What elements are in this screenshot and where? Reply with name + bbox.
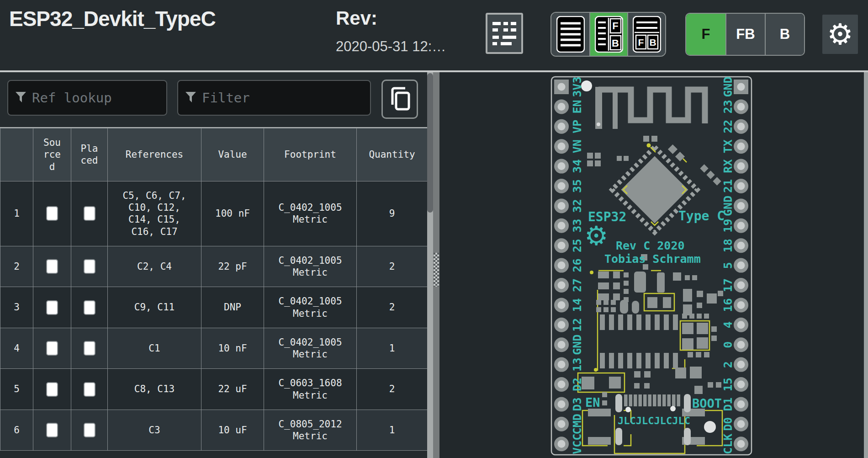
pin-label: 33 <box>571 219 584 233</box>
pin-label: 14 <box>571 298 584 312</box>
value-cell: 100 nF <box>201 181 264 246</box>
sourced-checkbox[interactable] <box>46 206 58 221</box>
footprint-cell: C_0603_1608 Metric <box>264 369 357 410</box>
pin-hole <box>558 143 566 150</box>
references-cell: C1 <box>108 328 201 369</box>
placed-cell <box>71 369 108 410</box>
view-bom-left-pcb-right-button[interactable]: F B <box>589 13 627 56</box>
placed-checkbox[interactable] <box>84 382 95 397</box>
quantity-cell: 2 <box>357 246 428 287</box>
quantity-cell: 2 <box>357 369 428 410</box>
bom-column-header-Value[interactable]: Value <box>201 128 264 181</box>
oshw-gear-logo: ⚙ <box>584 220 608 251</box>
placed-checkbox[interactable] <box>84 259 95 274</box>
pin-label: 32 <box>571 199 584 213</box>
page-title: ESP32_Devkit_TypeC <box>9 6 216 31</box>
pin-label: 34 <box>571 160 584 173</box>
pin-hole <box>737 261 745 269</box>
pin-label: 26 <box>571 259 584 272</box>
footprint-cell: C_0402_1005 Metric <box>264 287 357 328</box>
bom-row[interactable]: 2C2, C422 pFC_0402_1005 Metric2 <box>0 246 428 287</box>
bom-row[interactable]: 3C9, C11DNPC_0402_1005 Metric2 <box>0 287 428 328</box>
header-bar: ESP32_Devkit_TypeC Rev: 2020-05-31 12:… <box>0 0 868 70</box>
placed-checkbox[interactable] <box>84 300 95 315</box>
bom-scrollbar[interactable] <box>427 72 433 458</box>
silk-en-label: EN <box>585 395 600 410</box>
pin-label: VCC <box>571 434 584 454</box>
sourced-checkbox[interactable] <box>46 300 58 315</box>
references-cell: C8, C13 <box>108 369 201 410</box>
copy-icon <box>388 86 412 112</box>
copy-table-button[interactable] <box>381 80 418 119</box>
gear-icon: ⚙ <box>827 20 853 49</box>
settings-button[interactable]: ⚙ <box>822 15 858 54</box>
quantity-cell: 1 <box>357 328 428 369</box>
pin-hole <box>558 301 566 309</box>
layer-back-button[interactable]: B <box>765 14 804 55</box>
bom-scrollbar-thumb[interactable] <box>427 73 433 213</box>
pin-hole <box>558 400 566 408</box>
pin-hole <box>558 282 566 289</box>
search-row <box>0 72 427 127</box>
layer-front-button[interactable]: F <box>686 14 725 55</box>
pin-hole <box>737 143 745 150</box>
bom-column-header-Quantity[interactable]: Quantity <box>357 128 428 181</box>
layer-toggle-group: F FB B <box>685 13 805 56</box>
bom-row[interactable]: 4C110 nFC_0402_1005 Metric1 <box>0 328 428 369</box>
references-cell: C9, C11 <box>108 287 201 328</box>
sourced-checkbox[interactable] <box>46 341 58 356</box>
value-cell: 10 nF <box>201 328 264 369</box>
placed-cell <box>71 410 108 451</box>
pin-label: 25 <box>571 239 584 252</box>
pin-label: 18 <box>721 239 735 252</box>
panel-splitter[interactable] <box>433 72 439 458</box>
pin-label: TX <box>721 139 735 153</box>
sourced-checkbox[interactable] <box>46 423 58 437</box>
pcb-scrollbar[interactable] <box>864 72 868 458</box>
pin-hole <box>737 222 745 229</box>
pin-hole <box>558 381 566 389</box>
sourced-cell <box>33 246 71 287</box>
pin-label: 15 <box>721 378 735 391</box>
sourced-checkbox[interactable] <box>46 259 58 274</box>
pcb-render[interactable]: 3V3ENVPVN343532332526271412GND13D2D3CMDV… <box>550 76 754 458</box>
sourced-cell <box>33 328 71 369</box>
bom-column-header-References[interactable]: References <box>108 128 201 181</box>
bom-stats-button[interactable] <box>486 13 523 54</box>
bom-row[interactable]: 5C8, C1322 uFC_0603_1608 Metric2 <box>0 369 428 410</box>
filter-input[interactable] <box>177 80 371 116</box>
pin-hole <box>558 261 566 269</box>
bom-column-header-Footprint[interactable]: Footprint <box>264 128 357 181</box>
view-bom-only-button[interactable] <box>551 13 589 56</box>
pin-hole <box>558 202 566 210</box>
sourced-cell <box>33 181 71 246</box>
bom-row[interactable]: 6C310 uFC_0805_2012 Metric1 <box>0 410 428 451</box>
svg-text:B: B <box>612 37 619 49</box>
sourced-checkbox[interactable] <box>46 382 58 397</box>
pin-label: 2 <box>721 361 735 368</box>
placed-checkbox[interactable] <box>84 341 95 356</box>
row-number: 1 <box>0 181 33 246</box>
pin-hole <box>737 162 745 170</box>
svg-text:B: B <box>649 37 656 48</box>
quantity-cell: 1 <box>357 410 428 451</box>
pin-hole <box>737 282 745 289</box>
pin-label: 23 <box>721 100 735 113</box>
pin-hole <box>737 122 745 130</box>
bom-column-header-Sourced[interactable]: Sourced <box>33 128 71 181</box>
bom-row[interactable]: 1C5, C6, C7, C10, C12, C14, C15, C16, C1… <box>0 181 428 246</box>
pin-label: D1 <box>721 397 735 411</box>
splitter-drag-handle[interactable] <box>434 253 439 287</box>
placed-checkbox[interactable] <box>84 206 95 221</box>
placed-checkbox[interactable] <box>84 423 95 437</box>
bom-top-pcb-bottom-view-icon: F B <box>633 16 661 53</box>
pin-label: 22 <box>721 120 735 133</box>
silk-rev-label: Rev C 2020 <box>616 239 685 252</box>
view-bom-top-pcb-bottom-button[interactable]: F B <box>627 13 665 56</box>
layer-front-back-button[interactable]: FB <box>725 14 765 55</box>
ref-lookup-input[interactable] <box>7 80 167 116</box>
footprint-cell: C_0402_1005 Metric <box>264 181 357 246</box>
bom-column-header-Placed[interactable]: Placed <box>71 128 108 181</box>
pin-hole <box>737 420 745 428</box>
pin-hole <box>737 202 745 210</box>
